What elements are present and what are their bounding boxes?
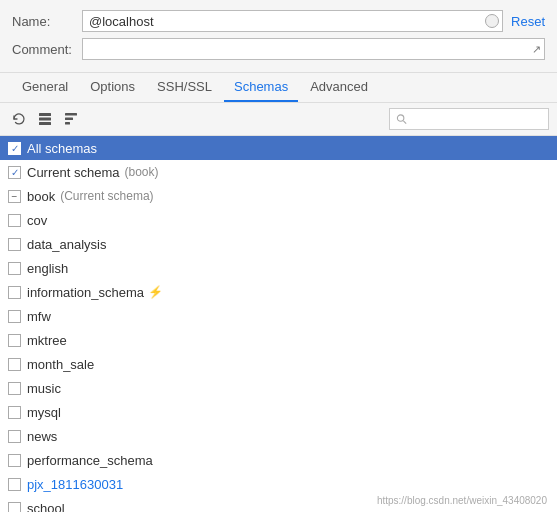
comment-input[interactable]: [82, 38, 545, 60]
schema-toolbar: [0, 103, 557, 136]
schema-name: performance_schema: [27, 453, 153, 468]
schema-name: Current schema: [27, 165, 119, 180]
schema-sub: (book): [124, 165, 158, 179]
schema-name: pjx_1811630031: [27, 477, 123, 492]
checkbox-pjx[interactable]: [8, 478, 21, 491]
svg-rect-1: [39, 118, 51, 121]
name-clear-icon[interactable]: [485, 14, 499, 28]
list-item[interactable]: performance_schema: [0, 448, 557, 472]
list-item[interactable]: pjx_1811630031: [0, 472, 557, 496]
expand-icon[interactable]: ↗: [532, 43, 541, 56]
schema-name: school: [27, 501, 65, 513]
refresh-button[interactable]: [8, 108, 30, 130]
search-input[interactable]: [407, 112, 542, 126]
checkbox-news[interactable]: [8, 430, 21, 443]
select-all-button[interactable]: [34, 108, 56, 130]
list-item[interactable]: month_sale: [0, 352, 557, 376]
list-item[interactable]: news: [0, 424, 557, 448]
comment-input-wrapper: ↗: [82, 38, 545, 60]
list-item[interactable]: english: [0, 256, 557, 280]
tab-sshssl[interactable]: SSH/SSL: [147, 73, 222, 102]
svg-rect-2: [39, 122, 51, 125]
tab-general[interactable]: General: [12, 73, 78, 102]
name-label: Name:: [12, 14, 82, 29]
list-item[interactable]: mktree: [0, 328, 557, 352]
svg-point-6: [397, 115, 403, 121]
checkbox-cov[interactable]: [8, 214, 21, 227]
list-item[interactable]: ✓ Current schema (book): [0, 160, 557, 184]
svg-rect-0: [39, 113, 51, 116]
checkbox-school[interactable]: [8, 502, 21, 513]
schema-name: mysql: [27, 405, 61, 420]
schema-name: mktree: [27, 333, 67, 348]
search-icon: [396, 113, 407, 125]
checkbox-current-schema[interactable]: ✓: [8, 166, 21, 179]
checkbox-information-schema[interactable]: [8, 286, 21, 299]
svg-rect-3: [65, 113, 77, 116]
list-item[interactable]: data_analysis: [0, 232, 557, 256]
schema-name: music: [27, 381, 61, 396]
checkbox-all-schemas[interactable]: ✓: [8, 142, 21, 155]
schema-name: cov: [27, 213, 47, 228]
checkbox-mfw[interactable]: [8, 310, 21, 323]
deselect-button[interactable]: [60, 108, 82, 130]
header-section: Name: Reset Comment: ↗: [0, 0, 557, 73]
list-item[interactable]: cov: [0, 208, 557, 232]
schema-list: ✓ All schemas ✓ Current schema (book) − …: [0, 136, 557, 512]
comment-row: Comment: ↗: [12, 38, 545, 60]
schema-name: month_sale: [27, 357, 94, 372]
flash-icon: ⚡: [148, 285, 163, 299]
schema-name: mfw: [27, 309, 51, 324]
schema-name: information_schema: [27, 285, 144, 300]
checkbox-book[interactable]: −: [8, 190, 21, 203]
comment-label: Comment:: [12, 42, 82, 57]
name-row: Name: Reset: [12, 10, 545, 32]
schema-name: data_analysis: [27, 237, 107, 252]
checkbox-performance-schema[interactable]: [8, 454, 21, 467]
list-item[interactable]: school: [0, 496, 557, 512]
tabs-bar: General Options SSH/SSL Schemas Advanced: [0, 73, 557, 103]
name-input-wrapper: [82, 10, 503, 32]
checkbox-english[interactable]: [8, 262, 21, 275]
tab-options[interactable]: Options: [80, 73, 145, 102]
checkbox-month-sale[interactable]: [8, 358, 21, 371]
name-input[interactable]: [82, 10, 503, 32]
reset-link[interactable]: Reset: [511, 14, 545, 29]
checkbox-data-analysis[interactable]: [8, 238, 21, 251]
svg-rect-4: [65, 118, 73, 121]
schema-sub: (Current schema): [60, 189, 153, 203]
list-item[interactable]: mysql: [0, 400, 557, 424]
dialog: Name: Reset Comment: ↗ General Options S…: [0, 0, 557, 512]
schema-name: english: [27, 261, 68, 276]
tab-schemas[interactable]: Schemas: [224, 73, 298, 102]
list-item[interactable]: mfw: [0, 304, 557, 328]
svg-line-7: [403, 121, 406, 124]
checkbox-mysql[interactable]: [8, 406, 21, 419]
checkbox-mktree[interactable]: [8, 334, 21, 347]
svg-rect-5: [65, 122, 70, 125]
list-item[interactable]: information_schema ⚡: [0, 280, 557, 304]
list-item[interactable]: − book (Current schema): [0, 184, 557, 208]
list-item[interactable]: ✓ All schemas: [0, 136, 557, 160]
search-box: [389, 108, 549, 130]
list-item[interactable]: music: [0, 376, 557, 400]
tab-advanced[interactable]: Advanced: [300, 73, 378, 102]
schema-name: All schemas: [27, 141, 97, 156]
schema-name: news: [27, 429, 57, 444]
checkbox-music[interactable]: [8, 382, 21, 395]
schema-name: book: [27, 189, 55, 204]
